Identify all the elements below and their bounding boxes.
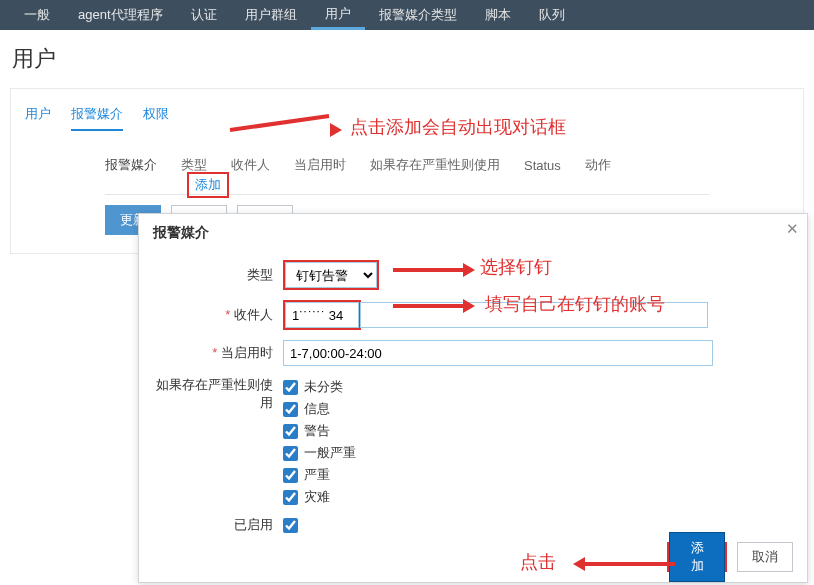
tabs: 用户 报警媒介 权限 [25, 99, 789, 132]
nav-agent[interactable]: agent代理程序 [64, 0, 177, 30]
type-select[interactable]: 钉钉告警 [285, 262, 377, 288]
recipient-input[interactable] [285, 302, 359, 328]
media-header-row: 报警媒介 类型 收件人 当启用时 如果存在严重性则使用 Status 动作 添加 [25, 150, 789, 184]
th-when: 当启用时 [294, 156, 346, 174]
top-nav: 一般 agent代理程序 认证 用户群组 用户 报警媒介类型 脚本 队列 [0, 0, 814, 30]
severity-checks: 未分类 信息 警告 一般严重 严重 灾难 [283, 376, 356, 506]
modal-title: 报警媒介 [153, 224, 793, 242]
lbl-enabled: 已启用 [153, 516, 283, 534]
lbl-type: 类型 [153, 266, 283, 284]
tab-perm[interactable]: 权限 [143, 99, 169, 131]
th-severity: 如果存在严重性则使用 [370, 156, 500, 174]
chk-warning[interactable]: 警告 [283, 422, 356, 440]
chk-notclassified[interactable]: 未分类 [283, 378, 356, 396]
nav-scripts[interactable]: 脚本 [471, 0, 525, 30]
lbl-recipient: 收件人 [153, 306, 283, 324]
recipient-highlight [283, 300, 361, 330]
tab-user[interactable]: 用户 [25, 99, 51, 131]
nav-usergroups[interactable]: 用户群组 [231, 0, 311, 30]
lbl-when: 当启用时 [153, 344, 283, 362]
add-link[interactable]: 添加 [195, 177, 221, 192]
media-label: 报警媒介 [105, 156, 157, 174]
page-title: 用户 [0, 30, 814, 88]
modal-cancel-button[interactable]: 取消 [737, 542, 793, 572]
nav-mediatypes[interactable]: 报警媒介类型 [365, 0, 471, 30]
nav-auth[interactable]: 认证 [177, 0, 231, 30]
chk-average[interactable]: 一般严重 [283, 444, 356, 462]
chk-information[interactable]: 信息 [283, 400, 356, 418]
media-modal: 报警媒介 ✕ 类型 钉钉告警 收件人 当启用时 如果存在严重性则使用 未分类 信… [138, 213, 808, 583]
chk-high[interactable]: 严重 [283, 466, 356, 484]
nav-general[interactable]: 一般 [10, 0, 64, 30]
lbl-severity: 如果存在严重性则使用 [153, 376, 283, 412]
th-status: Status [524, 158, 561, 173]
th-action: 动作 [585, 156, 611, 174]
nav-queue[interactable]: 队列 [525, 0, 579, 30]
th-recipient: 收件人 [231, 156, 270, 174]
recipient-ext[interactable] [360, 302, 708, 328]
enabled-checkbox[interactable] [283, 518, 298, 533]
add-highlight: 添加 [187, 172, 229, 198]
modal-add-button[interactable]: 添加 [669, 532, 725, 582]
when-active-input[interactable] [283, 340, 713, 366]
close-icon[interactable]: ✕ [786, 220, 799, 238]
type-highlight: 钉钉告警 [283, 260, 379, 290]
tab-media[interactable]: 报警媒介 [71, 99, 123, 131]
nav-users[interactable]: 用户 [311, 0, 365, 30]
chk-disaster[interactable]: 灾难 [283, 488, 356, 506]
modal-footer: 添加 取消 [667, 542, 793, 572]
